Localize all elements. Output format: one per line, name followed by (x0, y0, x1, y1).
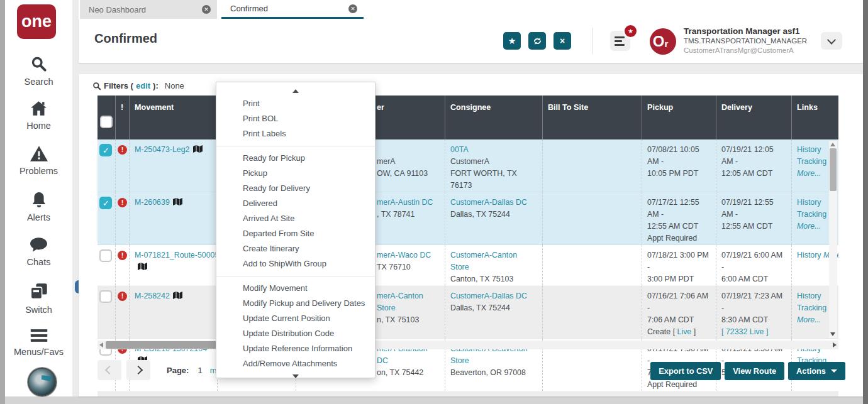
tab-neo-dashboard[interactable]: Neo Dashboard ✕ (80, 0, 217, 19)
close-page-button[interactable]: × (554, 32, 571, 50)
menu-item-add-to-shipwith-group[interactable]: Add to ShipWith Group (216, 256, 375, 271)
filters-edit-link[interactable]: edit (136, 81, 150, 90)
sidebar-item-switch[interactable]: Switch (5, 283, 72, 315)
alert-icon[interactable]: ! (118, 145, 127, 155)
menu-item-print-bol[interactable]: Print BOL (216, 111, 375, 126)
one-logo[interactable]: one (17, 4, 56, 39)
cell-link[interactable]: More... (797, 222, 821, 231)
column-header-delivery[interactable]: Delivery (716, 96, 791, 139)
menu-item-print-labels[interactable]: Print Labels (216, 126, 375, 141)
cell-text: Appt Required (647, 380, 697, 389)
movement-link[interactable]: M-260639 (135, 198, 170, 207)
actions-button[interactable]: Actions (788, 362, 845, 380)
movement-link[interactable]: M-250473-Leg2 (135, 145, 190, 154)
table-row[interactable]: !M-250473-Leg2merAOW, CA 9110300TACustom… (97, 139, 838, 192)
cell-link[interactable]: [ 72332 Live ] (721, 327, 768, 336)
cell-link[interactable]: History (797, 198, 821, 207)
cell-link[interactable]: merA-Waco DC (377, 251, 431, 259)
window-edge-left (0, 0, 5, 404)
column-header-consignee[interactable]: Consignee (445, 96, 542, 139)
horizontal-scrollbar[interactable] (97, 341, 838, 349)
cell-link[interactable]: History (797, 145, 821, 154)
column-header-bill_to_site[interactable]: Bill To Site (542, 96, 642, 139)
menu-item-update-current-position[interactable]: Update Current Position (216, 311, 375, 326)
row-checkbox[interactable] (99, 290, 112, 303)
menu-item-ready-for-delivery[interactable]: Ready for Delivery (216, 181, 375, 196)
sidebar-item-problems[interactable]: Problems (5, 146, 72, 176)
cell-link[interactable]: 00TA (450, 145, 469, 154)
movement-link[interactable]: M-258242 (135, 292, 170, 300)
table-row[interactable]: !M-071821_Route-50005merA-Waco DCTX 7671… (97, 245, 838, 286)
cell-link[interactable]: merA-Canton Store (377, 292, 423, 312)
alert-icon[interactable]: ! (118, 251, 127, 260)
prev-page-button[interactable] (97, 360, 121, 380)
row-checkbox[interactable] (99, 249, 112, 262)
tab-close-icon[interactable]: ✕ (202, 5, 211, 14)
column-header-links[interactable]: Links (791, 96, 838, 139)
alert-icon[interactable]: ! (118, 292, 127, 301)
menu-item-modify-pickup-and-delivery-dates[interactable]: Modify Pickup and Delivery Dates (216, 296, 375, 311)
assistant-avatar[interactable] (28, 368, 57, 396)
cell-link[interactable]: History (797, 251, 823, 259)
cell-link[interactable]: CustomerA-Dallas DC (450, 198, 527, 207)
export-to-csv-button[interactable]: Export to CSV (650, 362, 721, 380)
tab-confirmed[interactable]: Confirmed ✕ (221, 0, 364, 19)
menu-item-add-remove-attachments[interactable]: Add/Remove Attachments (216, 356, 375, 371)
vertical-scrollbar[interactable] (829, 141, 837, 338)
menu-item-update-distribution-code[interactable]: Update Distribution Code (216, 326, 375, 341)
row-checkbox[interactable] (99, 197, 112, 209)
menu-item-create-itinerary[interactable]: Create Itinerary (216, 241, 375, 256)
sidebar-item-search[interactable]: Search (5, 55, 72, 87)
scroll-down-icon[interactable] (830, 332, 835, 336)
cell-link[interactable]: Tracking (797, 157, 826, 166)
table-row[interactable]: !M-258242merA-Canton Storen, TX 75103Cus… (97, 286, 838, 339)
sidebar-item-menus-favs[interactable]: Menus/Favs (5, 329, 72, 357)
sidebar-item-home[interactable]: Home (5, 101, 72, 131)
vertical-scroll-thumb[interactable] (830, 148, 837, 191)
user-avatar[interactable]: Or (650, 28, 676, 55)
select-all-checkbox[interactable] (100, 116, 113, 128)
cell-select (97, 245, 115, 285)
sidebar-item-label: Switch (5, 305, 72, 315)
menu-item-arrived-at-site[interactable]: Arrived At Site (216, 211, 375, 226)
cell-link[interactable]: merA-Austin DC (377, 198, 433, 207)
window-edge-bottom (5, 396, 863, 404)
sidebar-item-chats[interactable]: Chats (5, 237, 72, 267)
refresh-button[interactable] (528, 32, 546, 50)
row-checkbox[interactable] (99, 144, 112, 156)
column-header-pickup[interactable]: Pickup (642, 96, 716, 139)
cell-link[interactable]: History (797, 292, 821, 300)
cell-link[interactable]: Live (677, 327, 692, 336)
column-header-alert[interactable]: ! (115, 96, 129, 139)
alert-icon[interactable]: ! (118, 198, 127, 207)
menu-item-pickup[interactable]: Pickup (216, 166, 375, 181)
cell-link[interactable]: CustomerA-Canton Store (450, 251, 517, 271)
cell-link[interactable]: Tracking (797, 210, 826, 219)
menu-item-update-reference-information[interactable]: Update Reference Information (216, 341, 375, 356)
cell-link[interactable]: CustomerA-Dallas DC (450, 292, 527, 300)
favorite-button[interactable]: ★ (503, 32, 521, 50)
cell-link[interactable]: Tracking (797, 303, 826, 312)
menu-scroll-up-icon[interactable] (292, 89, 299, 93)
menu-item-print[interactable]: Print (216, 96, 375, 111)
cell-link[interactable]: Store (450, 356, 469, 365)
sidebar-item-alerts[interactable]: Alerts (5, 192, 72, 222)
movement-link[interactable]: M-071821_Route-50005 (135, 251, 217, 259)
view-route-button[interactable]: View Route (725, 362, 784, 380)
menu-item-delivered[interactable]: Delivered (216, 196, 375, 211)
cell-link[interactable]: More... (797, 169, 821, 178)
table-row[interactable]: !M-260639merA-Austin DC, TX 78741Custome… (97, 192, 838, 245)
column-header-movement[interactable]: Movement (129, 96, 217, 139)
menu-item-departed-from-site[interactable]: Departed From Site (216, 226, 375, 241)
menu-item-ready-for-pickup[interactable]: Ready for Pickup (216, 151, 375, 166)
user-menu-button[interactable] (821, 32, 842, 50)
cell-link[interactable]: More... (797, 315, 821, 324)
scroll-left-icon[interactable] (99, 342, 103, 347)
scroll-up-icon[interactable] (830, 143, 835, 146)
menu-scroll-down-icon[interactable] (292, 374, 299, 378)
tab-close-icon[interactable]: ✕ (348, 4, 357, 13)
menu-item-modify-movement[interactable]: Modify Movement (216, 281, 375, 296)
scroll-right-icon[interactable] (833, 342, 837, 347)
next-page-button[interactable] (126, 360, 150, 380)
user-info[interactable]: Transportation Manager asf1 TMS.TRANSPOR… (684, 26, 807, 56)
